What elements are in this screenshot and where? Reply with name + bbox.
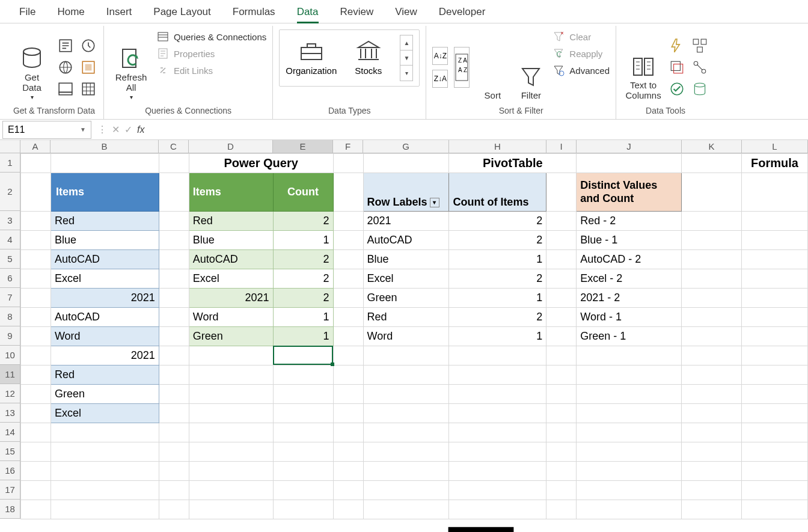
cell-H7[interactable]: 1 (449, 289, 546, 308)
sort-button[interactable]: Sort (476, 29, 509, 100)
tab-formulas[interactable]: Formulas (222, 2, 286, 23)
cell-I2[interactable] (546, 173, 577, 212)
cell-I9[interactable] (546, 327, 577, 346)
cell-L15[interactable] (741, 442, 807, 462)
cell-E8[interactable]: 1 (273, 308, 333, 327)
cell-K9[interactable] (682, 327, 742, 346)
select-all-corner[interactable] (0, 140, 20, 153)
cell-E2[interactable]: Count (273, 173, 333, 212)
cell-C7[interactable] (159, 289, 189, 308)
cell-K5[interactable] (682, 250, 742, 269)
from-picture-icon[interactable] (58, 81, 73, 97)
cell-K17[interactable] (682, 481, 742, 500)
cell-F5[interactable] (333, 250, 363, 269)
enter-formula-icon[interactable]: ✓ (124, 124, 132, 135)
cell-I11[interactable] (546, 365, 577, 385)
cell-F15[interactable] (333, 442, 363, 462)
cell-H4[interactable]: 2 (449, 231, 546, 250)
row-header-17[interactable]: 17 (0, 480, 20, 500)
cell-L14[interactable] (741, 423, 807, 442)
cell-C3[interactable] (159, 212, 189, 231)
cell-C9[interactable] (159, 327, 189, 346)
cell-J13[interactable] (577, 404, 682, 423)
cell-C17[interactable] (159, 481, 189, 500)
datatype-organization[interactable]: Organization (286, 40, 337, 76)
cell-G2[interactable]: Row Labels▾ (363, 173, 449, 212)
data-model-icon[interactable] (692, 81, 708, 97)
sort-asc-button[interactable]: A↓Z (432, 47, 448, 65)
cell-H17[interactable] (449, 481, 546, 500)
cell-J7[interactable]: 2021 - 2 (577, 289, 682, 308)
consolidate-icon[interactable] (692, 38, 708, 54)
cell-J2[interactable]: Distinct Values and Count (577, 173, 682, 212)
row-header-12[interactable]: 12 (0, 384, 20, 403)
cell-I17[interactable] (546, 481, 577, 500)
cell-B11[interactable]: Red (50, 365, 159, 385)
cell-E16[interactable] (273, 462, 333, 481)
cell-A1[interactable] (21, 154, 51, 173)
cell-K2[interactable] (682, 173, 742, 212)
cell-G9[interactable]: Word (363, 327, 449, 346)
col-header-D[interactable]: D (189, 140, 273, 153)
cell-B8[interactable]: AutoCAD (50, 308, 159, 327)
cell-G6[interactable]: Excel (363, 269, 449, 289)
cell-G13[interactable] (363, 404, 449, 423)
cell-A4[interactable] (21, 231, 51, 250)
cell-D4[interactable]: Blue (189, 231, 273, 250)
cell-J3[interactable]: Red - 2 (577, 212, 682, 231)
cell-B15[interactable] (50, 442, 159, 462)
cell-H13[interactable] (449, 404, 546, 423)
cell-E12[interactable] (273, 385, 333, 404)
tab-data[interactable]: Data (286, 2, 329, 23)
cell-B2[interactable]: Items (50, 173, 159, 212)
tab-view[interactable]: View (384, 2, 428, 23)
filter-button[interactable]: Filter (514, 29, 548, 100)
col-header-K[interactable]: K (682, 140, 742, 153)
cell-E9[interactable]: 1 (273, 327, 333, 346)
cell-C16[interactable] (159, 462, 189, 481)
cell-I14[interactable] (546, 423, 577, 442)
cell-J5[interactable]: AutoCAD - 2 (577, 250, 682, 269)
cell-L17[interactable] (741, 481, 807, 500)
from-web-icon[interactable] (58, 60, 73, 75)
col-header-A[interactable]: A (20, 140, 50, 153)
cell-D16[interactable] (189, 462, 273, 481)
tab-review[interactable]: Review (329, 2, 385, 23)
row-header-8[interactable]: 8 (0, 307, 20, 326)
cell-H16[interactable] (449, 462, 546, 481)
cell-B18[interactable] (50, 500, 159, 519)
row-header-15[interactable]: 15 (0, 442, 20, 461)
cell-L4[interactable] (741, 231, 807, 250)
scroll-more-icon[interactable]: ▾ (400, 66, 412, 81)
cell-G1[interactable] (363, 154, 449, 173)
tab-insert[interactable]: Insert (96, 2, 143, 23)
cell-H15[interactable] (449, 442, 546, 462)
cell-B9[interactable]: Word (50, 327, 159, 346)
cell-L6[interactable] (741, 269, 807, 289)
cell-J14[interactable] (577, 423, 682, 442)
cell-F11[interactable] (333, 365, 363, 385)
cell-H14[interactable] (449, 423, 546, 442)
cell-F17[interactable] (333, 481, 363, 500)
cell-H12[interactable] (449, 385, 546, 404)
cell-E5[interactable]: 2 (273, 250, 333, 269)
cell-E14[interactable] (273, 423, 333, 442)
col-header-G[interactable]: G (363, 140, 449, 153)
cell-E10[interactable] (273, 346, 333, 365)
cell-G16[interactable] (363, 462, 449, 481)
cell-G11[interactable] (363, 365, 449, 385)
cell-K1[interactable] (682, 154, 742, 173)
col-header-E[interactable]: E (273, 140, 333, 153)
cell-K6[interactable] (682, 269, 742, 289)
cell-A14[interactable] (21, 423, 51, 442)
cell-I18[interactable] (546, 500, 577, 519)
datatype-stocks[interactable]: Stocks (355, 40, 382, 76)
cell-L2[interactable] (741, 173, 807, 212)
cell-H1[interactable]: PivotTable (449, 154, 577, 173)
cell-A11[interactable] (21, 365, 51, 385)
cell-A17[interactable] (21, 481, 51, 500)
cell-F7[interactable] (333, 289, 363, 308)
cell-F6[interactable] (333, 269, 363, 289)
cell-G17[interactable] (363, 481, 449, 500)
cell-F4[interactable] (333, 231, 363, 250)
